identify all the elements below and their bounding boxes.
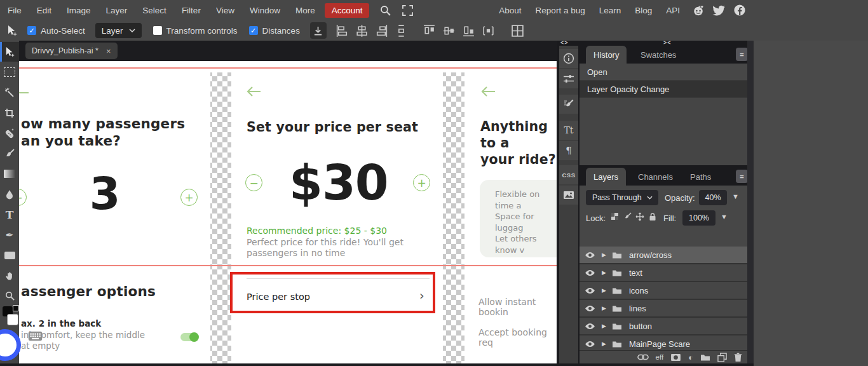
export-download-button[interactable] <box>310 22 327 39</box>
opacity-field[interactable]: 40% <box>699 190 727 205</box>
menu-view[interactable]: View <box>208 6 242 15</box>
auto-select-checkbox[interactable]: ✓ <box>27 26 36 35</box>
keyboard-icon[interactable] <box>28 331 43 341</box>
lock-position-icon[interactable] <box>634 212 646 221</box>
expand-arrow-icon[interactable]: ▶ <box>602 252 606 258</box>
document-canvas[interactable]: ow many passengers an you take? 3 − + as… <box>19 61 557 366</box>
zoom-tool[interactable] <box>0 286 19 306</box>
expand-arrow-icon[interactable]: ▶ <box>602 305 606 311</box>
distances-checkbox[interactable]: ✓ <box>249 26 258 35</box>
crop-tool[interactable] <box>0 103 19 123</box>
menu-filter[interactable]: Filter <box>174 6 208 15</box>
fill-field[interactable]: 100% <box>682 210 715 226</box>
layer-row-icons[interactable]: ▶ icons <box>580 282 747 300</box>
eye-icon[interactable] <box>585 305 595 312</box>
fill-dropdown-arrow[interactable]: ▼ <box>721 213 728 220</box>
align-right-button[interactable] <box>374 22 390 39</box>
reddit-icon[interactable] <box>692 4 705 17</box>
layer-effects-button[interactable]: eff <box>656 353 664 361</box>
history-entry-selected[interactable]: Layer Opacity Change <box>580 81 747 98</box>
brush-tool[interactable] <box>0 144 19 163</box>
menu-layer[interactable]: Layer <box>98 6 135 15</box>
new-layer-icon[interactable] <box>717 353 727 362</box>
blur-tool[interactable] <box>0 184 19 204</box>
background-color[interactable] <box>7 314 18 325</box>
layer-mode-select[interactable]: Layer <box>95 23 142 38</box>
move-tool[interactable] <box>0 42 19 62</box>
expand-arrow-icon[interactable]: ▶ <box>602 323 606 329</box>
distribute-vertical-button[interactable] <box>393 22 410 39</box>
layer-row-lines[interactable]: ▶ lines <box>580 300 747 318</box>
distribute-horizontal-button[interactable] <box>480 22 497 39</box>
lock-pixels-icon[interactable] <box>621 212 633 220</box>
hand-tool[interactable] <box>0 266 19 285</box>
blend-mode-select[interactable]: Pass Through <box>586 190 658 205</box>
gradient-tool[interactable] <box>0 164 19 184</box>
magic-wand-tool[interactable] <box>0 83 19 102</box>
new-group-folder-icon[interactable] <box>700 353 710 361</box>
tab-paths[interactable]: Paths <box>682 168 719 186</box>
menu-api[interactable]: API <box>659 6 687 15</box>
expand-arrow-icon[interactable]: ▶ <box>602 287 606 294</box>
character-panel-icon[interactable]: Tt <box>559 121 578 140</box>
tab-swatches[interactable]: Swatches <box>633 46 684 64</box>
grid-collage-button[interactable] <box>510 22 526 39</box>
type-tool[interactable]: T <box>0 205 19 224</box>
layer-row-button[interactable]: ▶ button <box>580 318 747 336</box>
paragraph-panel-icon[interactable]: ¶ <box>559 141 578 160</box>
eye-icon[interactable] <box>585 269 595 276</box>
menu-more[interactable]: More <box>288 6 323 15</box>
shape-tool[interactable] <box>0 245 19 265</box>
eye-icon[interactable] <box>585 341 595 348</box>
swap-colors-icon[interactable] <box>13 305 19 311</box>
brush-settings-icon[interactable] <box>559 95 578 114</box>
history-panel-menu-button[interactable]: = <box>736 48 748 61</box>
panel-scrollbar-gutter[interactable] <box>747 41 754 366</box>
facebook-icon[interactable] <box>733 4 746 17</box>
link-layers-icon[interactable] <box>637 354 649 360</box>
eye-icon[interactable] <box>585 287 595 294</box>
lock-transparency-icon[interactable] <box>609 213 620 220</box>
align-top-button[interactable] <box>421 22 438 39</box>
menu-select[interactable]: Select <box>135 6 174 15</box>
align-bottom-button[interactable] <box>461 22 477 39</box>
layer-row-text[interactable]: ▶ text <box>580 264 747 282</box>
menu-report-bug[interactable]: Report a bug <box>529 6 592 15</box>
menu-learn[interactable]: Learn <box>592 6 628 15</box>
tab-channels[interactable]: Channels <box>630 168 681 186</box>
transform-controls-checkbox[interactable] <box>153 26 162 35</box>
close-icon[interactable]: × <box>106 46 111 56</box>
menu-window[interactable]: Window <box>242 6 288 15</box>
align-center-horizontal-button[interactable] <box>354 22 370 39</box>
pen-tool[interactable]: ✒ <box>0 225 19 245</box>
expand-arrow-icon[interactable]: ▶ <box>602 269 606 276</box>
menu-edit[interactable]: Edit <box>29 6 59 15</box>
layer-mask-icon[interactable] <box>670 353 681 362</box>
menu-about[interactable]: About <box>492 6 528 15</box>
menu-file[interactable]: File <box>0 6 29 15</box>
lock-all-icon[interactable] <box>647 212 658 221</box>
twitter-icon[interactable] <box>712 5 726 16</box>
align-left-button[interactable] <box>334 22 351 39</box>
marquee-select-tool[interactable] <box>0 62 19 82</box>
image-panel-icon[interactable] <box>559 186 578 205</box>
fullscreen-icon[interactable] <box>397 5 419 16</box>
css-panel-icon[interactable]: CSS <box>559 165 578 184</box>
layer-row-arrow-cross[interactable]: ▶ arrow/cross <box>580 247 747 264</box>
tab-layers[interactable]: Layers <box>586 168 626 186</box>
expand-arrow-icon[interactable]: ▶ <box>602 341 606 347</box>
delete-layer-trash-icon[interactable] <box>734 353 742 362</box>
tab-history[interactable]: History <box>586 46 627 64</box>
eye-icon[interactable] <box>585 252 595 259</box>
healing-brush-tool[interactable] <box>0 123 19 143</box>
history-entry-open[interactable]: Open <box>580 64 747 81</box>
eye-icon[interactable] <box>585 323 595 330</box>
align-middle-button[interactable] <box>441 22 458 39</box>
account-button[interactable]: Account <box>325 3 370 18</box>
menu-image[interactable]: Image <box>59 6 98 15</box>
layers-panel-menu-button[interactable]: = <box>736 170 748 183</box>
search-icon[interactable] <box>374 5 397 16</box>
collapse-handle-left[interactable]: <> <box>560 39 569 46</box>
info-panel-icon[interactable] <box>559 49 578 68</box>
adjustments-sliders-icon[interactable] <box>559 69 578 88</box>
